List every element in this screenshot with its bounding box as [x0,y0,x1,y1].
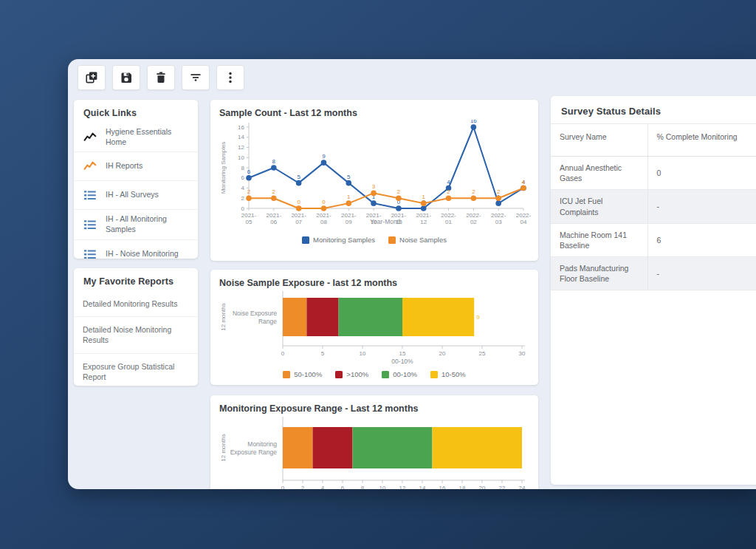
trash-button[interactable] [147,65,175,90]
svg-text:02: 02 [470,219,477,225]
kebab-menu-icon [223,70,238,85]
quick-links-list: Hygiene Essentials HomeIH ReportsIH - Al… [74,123,198,259]
favorite-report-item-0[interactable]: Detailed Monitoring Results [74,291,198,317]
favorite-report-item-2[interactable]: Exposure Group Statistical Report [74,354,198,386]
survey-row-1[interactable]: ICU Jet Fuel Complaints- [551,190,756,223]
chart-title: Monitoring Exposure Range - Last 12 mont… [210,395,538,415]
favorite-reports-list: Detailed Monitoring ResultsDetailed Nois… [74,291,198,386]
svg-text:2021-: 2021- [316,212,331,219]
legend-item: 00-10% [382,370,417,378]
svg-text:3: 3 [372,183,376,190]
survey-row-2[interactable]: Machine Room 141 Baseline6 [551,223,756,256]
legend-label: Noise Samples [399,236,447,244]
svg-text:20: 20 [439,350,446,357]
survey-row-3[interactable]: Pads Manufacturing Floor Baseline- [551,257,756,290]
column-header-complete-monitoring: % Complete Monitoring [647,124,756,157]
svg-text:24: 24 [519,485,526,489]
desktop-background: Quick Links Hygiene Essentials HomeIH Re… [0,0,756,549]
svg-text:6: 6 [341,485,345,489]
legend-item: >100% [335,370,368,378]
svg-text:16: 16 [439,485,446,489]
survey-name-cell: Pads Manufacturing Floor Baseline [551,257,647,290]
quick-link-item-2[interactable]: IH - All Surveys [74,180,198,209]
svg-text:4: 4 [447,179,450,185]
svg-text:00-10%: 00-10% [391,358,413,365]
kebab-menu-button[interactable] [216,65,244,90]
stacked-bar-chart: 024681012141618202224MonitoringExposure … [216,415,532,489]
survey-status-table: Survey Name % Complete Monitoring Annual… [551,123,756,290]
svg-text:2021-: 2021- [341,212,357,219]
quick-link-label: IH - All Monitoring Samples [106,214,189,234]
svg-text:Monitoring: Monitoring [247,440,277,448]
svg-text:2: 2 [272,188,276,195]
line-chart-icon [83,130,97,145]
svg-text:5: 5 [347,174,351,180]
chart-title: Noise Sample Exposure - last 12 months [210,270,538,290]
svg-text:05: 05 [246,219,252,225]
legend-swatch [335,371,343,378]
svg-text:8: 8 [361,485,365,489]
svg-text:30: 30 [519,350,526,357]
legend-swatch [382,371,389,378]
svg-text:03: 03 [495,219,502,225]
svg-text:0: 0 [281,350,285,357]
legend-item: 10-50% [430,370,466,378]
noise-exposure-chart-card: Noise Sample Exposure - last 12 months 0… [210,270,538,385]
survey-row-0[interactable]: Annual Anesthetic Gases0 [551,157,756,190]
quick-link-item-3[interactable]: IH - All Monitoring Samples [74,209,198,239]
legend-swatch [430,371,438,378]
legend-label: >100% [346,370,368,378]
quick-link-item-4[interactable]: IH - Noise Monitoring [74,239,198,259]
svg-text:4: 4 [321,485,325,489]
svg-text:10: 10 [238,154,244,161]
svg-text:20: 20 [479,485,486,489]
legend-label: 10-50% [441,370,466,378]
svg-text:12 months: 12 months [220,303,227,330]
svg-text:8: 8 [241,165,245,171]
svg-text:2: 2 [301,485,305,489]
quick-link-label: IH - Noise Monitoring [106,249,179,259]
svg-text:2022-: 2022- [516,212,532,219]
svg-text:5: 5 [297,174,300,180]
svg-text:18: 18 [459,485,466,489]
svg-text:6: 6 [247,168,251,175]
svg-text:2022-: 2022- [491,212,506,219]
legend-label: 50-100% [294,370,322,378]
copy-plus-button[interactable] [78,65,106,90]
svg-text:15: 15 [399,350,406,357]
stacked-bar-chart: 05101520253000-10%3489Noise ExposureRang… [216,290,532,369]
svg-text:4: 4 [522,179,526,185]
filter-icon [188,70,203,85]
chart-title: Sample Count - Last 12 months [210,100,538,120]
svg-text:22: 22 [499,485,506,489]
svg-text:10: 10 [379,485,386,489]
svg-text:12: 12 [399,485,406,489]
legend-label: Monitoring Samples [313,236,375,244]
filter-button[interactable] [182,65,210,90]
list-icon [83,217,97,232]
svg-text:Noise Exposure: Noise Exposure [233,310,277,317]
svg-text:10: 10 [360,350,366,357]
line-chart: 0246810121416Monitoring Samples2021-0520… [216,120,532,235]
legend-swatch [388,236,396,244]
svg-text:2: 2 [447,188,450,195]
legend-item: Monitoring Samples [302,236,375,244]
svg-text:12: 12 [420,219,427,225]
quick-link-item-1[interactable]: IH Reports [74,151,198,180]
svg-text:0: 0 [322,199,326,205]
favorite-report-item-1[interactable]: Detailed Noise Monitoring Results [74,317,198,353]
chart-legend: 50-100%>100%00-10%10-50% [210,370,538,378]
svg-text:2: 2 [241,195,245,202]
quick-link-item-0[interactable]: Hygiene Essentials Home [74,123,198,151]
survey-name-cell: Annual Anesthetic Gases [551,157,647,190]
svg-text:0: 0 [241,205,245,212]
trash-icon [154,70,168,85]
survey-value-cell: - [647,257,756,290]
chart-legend: Monitoring SamplesNoise Samples [210,236,538,244]
list-icon [83,188,97,202]
svg-text:Monitoring Samples: Monitoring Samples [220,142,227,194]
legend-label: 00-10% [393,370,417,378]
save-button[interactable] [112,65,140,90]
svg-text:08: 08 [320,219,327,225]
svg-text:Exposure Range: Exposure Range [230,449,278,456]
